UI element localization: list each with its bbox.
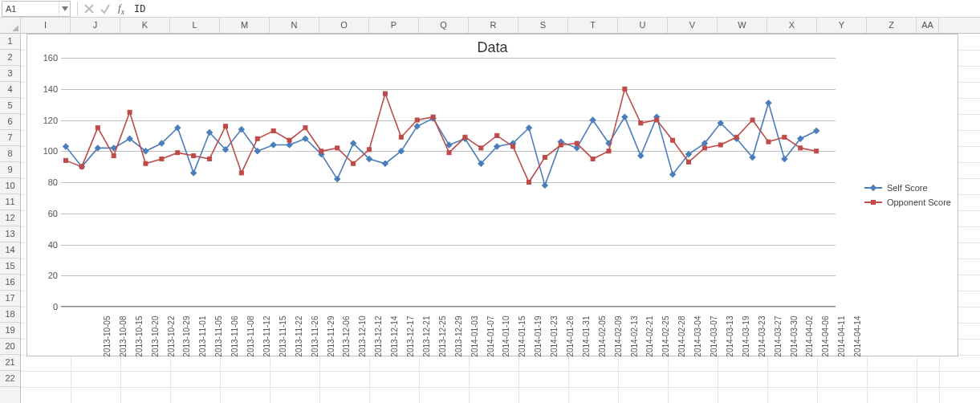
name-box-dropdown[interactable] (59, 2, 70, 16)
x-tick-label: 2014-03-07 (710, 316, 718, 357)
svg-rect-49 (79, 165, 83, 169)
x-tick-label: 2014-01-07 (486, 316, 494, 357)
x-tick-label: 2013-12-21 (422, 316, 431, 357)
column-header-X[interactable]: X (767, 18, 817, 33)
svg-rect-68 (383, 92, 387, 96)
x-tick-label: 2014-03-27 (773, 316, 782, 357)
column-headers: IJKLMNOPQRSTUVWXYZAA (21, 18, 980, 34)
column-header-N[interactable]: N (270, 18, 319, 33)
column-header-R[interactable]: R (469, 18, 518, 33)
svg-rect-75 (495, 133, 499, 137)
row-header-20[interactable]: 20 (0, 339, 20, 355)
x-tick-label: 2013-12-12 (374, 316, 383, 357)
column-header-W[interactable]: W (718, 18, 767, 33)
x-tick-label: 2014-03-30 (789, 316, 798, 357)
row-header-8[interactable]: 8 (0, 146, 20, 162)
y-tick-label: 160 (34, 53, 58, 63)
column-header-J[interactable]: J (71, 18, 120, 33)
svg-rect-55 (176, 151, 180, 155)
column-header-S[interactable]: S (518, 18, 568, 33)
column-header-I[interactable]: I (21, 18, 71, 33)
column-header-M[interactable]: M (220, 18, 270, 33)
row-header-15[interactable]: 15 (0, 258, 20, 275)
svg-rect-90 (734, 135, 738, 139)
svg-rect-94 (799, 146, 803, 150)
row-header-13[interactable]: 13 (0, 226, 20, 242)
x-tick-label: 2014-01-19 (534, 316, 543, 357)
x-tick-label: 2013-11-22 (294, 316, 303, 357)
svg-rect-88 (702, 146, 706, 150)
svg-rect-13 (270, 142, 276, 148)
row-header-5[interactable]: 5 (0, 98, 20, 114)
x-tick-label: 2013-10-08 (119, 316, 128, 357)
column-header-V[interactable]: V (668, 18, 718, 33)
column-header-K[interactable]: K (120, 18, 170, 33)
legend-item-opponent: Opponent Score (864, 197, 951, 207)
svg-rect-93 (783, 135, 787, 139)
row-header-18[interactable]: 18 (0, 307, 20, 323)
x-tick-label: 2014-01-31 (582, 316, 591, 357)
x-tick-label: 2013-10-20 (150, 316, 159, 357)
row-header-22[interactable]: 22 (0, 371, 20, 387)
chart-object[interactable]: Data 2013-10-052013-10-082013-10-152013-… (26, 34, 958, 356)
x-tick-label: 2013-12-10 (358, 316, 367, 357)
row-header-11[interactable]: 11 (0, 194, 20, 210)
x-tick-label: 2014-02-13 (629, 316, 638, 357)
svg-rect-44 (766, 100, 771, 106)
row-header-21[interactable]: 21 (0, 355, 20, 371)
svg-rect-52 (128, 110, 132, 114)
svg-rect-79 (559, 143, 563, 147)
svg-rect-86 (671, 138, 675, 142)
row-header-14[interactable]: 14 (0, 242, 20, 258)
x-tick-label: 2013-12-14 (390, 316, 399, 357)
cancel-icon (81, 1, 97, 17)
formula-input[interactable] (129, 1, 980, 17)
svg-rect-47 (814, 128, 819, 134)
cell-grid[interactable]: Data 2013-10-052013-10-082013-10-152013-… (21, 34, 980, 403)
x-tick-label: 2014-01-15 (518, 316, 527, 357)
y-tick-label: 140 (34, 84, 58, 94)
fx-icon[interactable]: fx (113, 2, 129, 16)
column-header-L[interactable]: L (170, 18, 220, 33)
name-box[interactable]: A1 (2, 1, 71, 17)
svg-rect-36 (638, 153, 644, 159)
svg-rect-83 (623, 87, 627, 91)
svg-rect-77 (527, 181, 531, 185)
svg-rect-60 (255, 136, 259, 140)
x-tick-label: 2013-12-25 (437, 316, 446, 357)
column-header-Z[interactable]: Z (867, 18, 917, 33)
legend-label-opponent: Opponent Score (887, 197, 951, 207)
legend-marker-opponent (864, 202, 882, 203)
x-tick-label: 2014-03-23 (757, 316, 766, 357)
svg-rect-65 (335, 146, 340, 150)
row-header-4[interactable]: 4 (0, 82, 20, 98)
column-header-O[interactable]: O (319, 18, 369, 33)
row-header-12[interactable]: 12 (0, 210, 20, 226)
row-header-9[interactable]: 9 (0, 162, 20, 178)
legend-marker-self (864, 187, 882, 189)
column-header-Y[interactable]: Y (817, 18, 867, 33)
select-all-triangle[interactable] (0, 18, 21, 34)
x-axis-labels: 2013-10-052013-10-082013-10-152013-10-20… (61, 307, 836, 355)
svg-rect-89 (718, 143, 722, 147)
x-tick-label: 2014-02-09 (613, 316, 622, 357)
row-header-6[interactable]: 6 (0, 114, 20, 130)
column-header-T[interactable]: T (568, 18, 618, 33)
row-header-1[interactable]: 1 (0, 34, 20, 50)
column-header-AA[interactable]: AA (917, 18, 939, 33)
row-header-2[interactable]: 2 (0, 50, 20, 66)
svg-rect-61 (271, 129, 275, 133)
y-tick-label: 80 (34, 177, 58, 187)
chart-legend: Self Score Opponent Score (864, 178, 951, 212)
x-tick-label: 2014-01-10 (502, 316, 510, 357)
row-header-7[interactable]: 7 (0, 130, 20, 146)
column-header-P[interactable]: P (369, 18, 419, 33)
column-header-Q[interactable]: Q (419, 18, 469, 33)
row-header-17[interactable]: 17 (0, 291, 20, 307)
row-header-19[interactable]: 19 (0, 323, 20, 339)
column-header-U[interactable]: U (618, 18, 668, 33)
row-header-10[interactable]: 10 (0, 178, 20, 194)
svg-rect-64 (319, 149, 323, 153)
row-header-3[interactable]: 3 (0, 66, 20, 82)
row-header-16[interactable]: 16 (0, 275, 20, 291)
